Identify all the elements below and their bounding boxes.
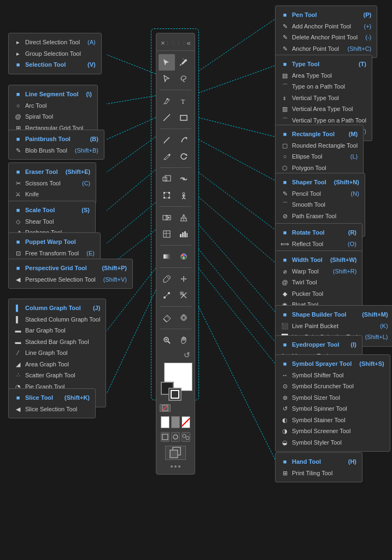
arc-tool-item[interactable]: ○ Arc Tool	[14, 100, 92, 112]
measure-tool-btn[interactable]	[175, 271, 192, 287]
lasso-tool-btn[interactable]	[175, 71, 192, 87]
hand-tool-btn[interactable]	[175, 332, 192, 348]
column-graph-item[interactable]: ▌ Column Graph Tool (J)	[14, 302, 100, 314]
symbol-tool-btn[interactable]	[175, 310, 192, 326]
sym-shifter-item[interactable]: ↔ Symbol Shifter Tool	[281, 370, 384, 381]
pencil-item[interactable]: ✎ Pencil Tool (N)	[281, 188, 359, 200]
smooth-item[interactable]: ⌒ Smooth Tool	[281, 199, 359, 211]
mesh-tool-btn[interactable]	[159, 226, 175, 242]
bar-graph-item[interactable]: ▬ Bar Graph Tool	[14, 325, 100, 336]
type-item[interactable]: ■ Type Tool (T)	[281, 59, 366, 70]
slice-select-item[interactable]: ◀ Slice Selection Tool	[14, 404, 90, 415]
arrange-btn[interactable]	[165, 446, 186, 460]
shape-builder-tool-btn[interactable]	[159, 209, 175, 226]
gradient-tool-btn[interactable]	[159, 248, 175, 265]
sym-spinner-item[interactable]: ↺ Symbol Spinner Tool	[281, 403, 384, 415]
direct-selection-tool-item[interactable]: ▸ Direct Selection Tool (A)	[14, 37, 96, 48]
eraser-item[interactable]: ■ Eraser Tool (Shift+E)	[14, 166, 90, 178]
warp-tool-btn[interactable]	[175, 171, 192, 187]
reflect-item[interactable]: ⟺ Reflect Tool (O)	[281, 238, 356, 250]
anchor-point-item[interactable]: ✎ Anchor Point Tool (Shift+C)	[281, 43, 371, 55]
width-item[interactable]: ■ Width Tool (Shift+W)	[281, 254, 356, 266]
type-path-item[interactable]: ⌒ Type on a Path Tool	[281, 81, 366, 92]
no-color-swatch[interactable]	[182, 416, 190, 428]
scale-tool-btn[interactable]	[159, 171, 175, 187]
print-tiling-item[interactable]: ⊞ Print Tiling Tool	[281, 468, 356, 479]
puppet-warp-tool-btn[interactable]	[175, 187, 192, 203]
delete-anchor-item[interactable]: ✎ Delete Anchor Point Tool (-)	[281, 32, 371, 43]
direct-select-tool-btn[interactable]	[159, 71, 175, 87]
scatter-graph-item[interactable]: ∴ Scatter Graph Tool	[14, 370, 100, 381]
free-transform-item[interactable]: ⊡ Free Transform Tool (E)	[14, 248, 95, 259]
recolor-tool-btn[interactable]	[175, 248, 192, 265]
eyedropper-tool-btn[interactable]	[159, 271, 175, 287]
add-anchor-item[interactable]: ✎ Add Anchor Point Tool (+)	[281, 21, 371, 32]
selection-tool-btn[interactable]	[159, 54, 175, 71]
collapse-icon[interactable]: «	[187, 39, 191, 47]
hand-item[interactable]: ■ Hand Tool (H)	[281, 456, 356, 468]
group-selection-tool-item[interactable]: ▸ Group Selection Tool	[14, 48, 96, 60]
knife-item[interactable]: ⚔ Knife	[14, 189, 90, 200]
eyedropper-item[interactable]: ■ Eyedropper Tool (I)	[281, 339, 356, 351]
pen-item[interactable]: ■ Pen Tool (P)	[281, 9, 371, 21]
stacked-col-graph-item[interactable]: ▌ Stacked Column Graph Tool	[14, 314, 100, 325]
shaper-tool-btn[interactable]	[175, 132, 192, 148]
sym-sizer-item[interactable]: ⊚ Symbol Sizer Tool	[281, 392, 384, 404]
perspective-grid-item[interactable]: ■ Perspective Grid Tool (Shift+P)	[14, 262, 127, 274]
vert-area-type-item[interactable]: ▥ Vertical Area Type Tool	[281, 103, 366, 115]
live-paint-bucket-item[interactable]: ⬛ Live Paint Bucket (K)	[281, 320, 388, 332]
view-mode-btn-2[interactable]	[171, 432, 180, 442]
line-segment-item[interactable]: ■ Line Segment Tool (\)	[14, 89, 92, 100]
blob-brush-item[interactable]: ✎ Blob Brush Tool (Shift+B)	[14, 145, 98, 156]
spiral-tool-item[interactable]: @ Spiral Tool	[14, 111, 92, 122]
blend-tool-btn[interactable]	[159, 287, 175, 304]
paintbrush-item[interactable]: ■ Paintbrush Tool (B)	[14, 133, 98, 145]
none-fill-btn[interactable]	[160, 404, 171, 412]
area-graph-item[interactable]: ◢ Area Graph Tool	[14, 359, 100, 370]
line-tool-btn[interactable]	[159, 109, 175, 126]
rounded-rect-item[interactable]: ▢ Rounded Rectangle Tool	[281, 140, 358, 151]
selection-tool-item[interactable]: ■ Selection Tool (V)	[14, 59, 96, 71]
shaper-item[interactable]: ■ Shaper Tool (Shift+N)	[281, 177, 359, 188]
graph-tool-btn[interactable]	[175, 226, 192, 242]
view-mode-btn-3[interactable]	[182, 432, 190, 442]
slice-item[interactable]: ■ Slice Tool (Shift+K)	[14, 392, 90, 404]
area-type-item[interactable]: ▤ Area Type Tool	[281, 70, 366, 81]
rotate-reset-btn[interactable]: ↺	[184, 351, 190, 359]
vert-type-item[interactable]: ⫾ Vertical Type Tool	[281, 92, 366, 104]
rotate-item[interactable]: ■ Rotate Tool (R)	[281, 227, 356, 238]
path-eraser-item[interactable]: ⊘ Path Eraser Tool	[281, 211, 359, 222]
sym-stainer-item[interactable]: ◐ Symbol Stainer Tool	[281, 415, 384, 426]
free-transform-tool-btn[interactable]	[159, 187, 175, 203]
line-graph-item[interactable]: ∕ Line Graph Tool	[14, 347, 100, 359]
rectangle-tool-btn[interactable]	[175, 109, 192, 126]
stroke-swatch[interactable]	[168, 388, 182, 401]
gray-swatch[interactable]	[171, 416, 180, 428]
close-icon[interactable]: ×	[161, 39, 165, 47]
paintbrush-tool-btn[interactable]	[159, 132, 175, 148]
vert-path-type-item[interactable]: ⌒ Vertical Type on a Path Tool	[281, 115, 366, 126]
perspective-select-item[interactable]: ◀ Perspective Selection Tool (Shift+V)	[14, 274, 127, 285]
view-mode-btn-1[interactable]	[161, 432, 169, 442]
twirl-item[interactable]: @ Twirl Tool	[281, 277, 356, 288]
rect-item[interactable]: ■ Rectangle Tool (M)	[281, 129, 358, 140]
eraser-tool-btn[interactable]	[159, 310, 175, 326]
sym-scruncher-item[interactable]: ⊙ Symbol Scruncher Tool	[281, 381, 384, 392]
perspective-grid-tool-btn[interactable]	[175, 209, 192, 226]
shape-builder-item[interactable]: ■ Shape Builder Tool (Shift+M)	[281, 309, 388, 320]
symbol-sprayer-item[interactable]: ■ Symbol Sprayer Tool (Shift+S)	[281, 358, 384, 370]
rotate-tool-btn[interactable]	[175, 148, 192, 165]
pen-tool-btn[interactable]	[159, 93, 175, 109]
scissors-item[interactable]: ✂ Scissors Tool (C)	[14, 178, 90, 189]
sym-styler-item[interactable]: ◒ Symbol Styler Tool	[281, 437, 384, 448]
white-swatch[interactable]	[161, 416, 169, 428]
zoom-tool-btn[interactable]	[159, 332, 175, 348]
ellipse-item[interactable]: ○ Ellipse Tool (L)	[281, 151, 358, 162]
pencil-tool-btn[interactable]	[159, 148, 175, 165]
puppet-item[interactable]: ■ Puppet Warp Tool	[14, 236, 95, 248]
warp-item[interactable]: ⌀ Warp Tool (Shift+R)	[281, 266, 356, 277]
slice-tool-btn[interactable]	[175, 287, 192, 304]
type-tool-btn[interactable]: T	[175, 93, 192, 109]
pucker-item[interactable]: ◆ Pucker Tool	[281, 288, 356, 300]
magic-wand-tool-btn[interactable]	[175, 54, 192, 71]
